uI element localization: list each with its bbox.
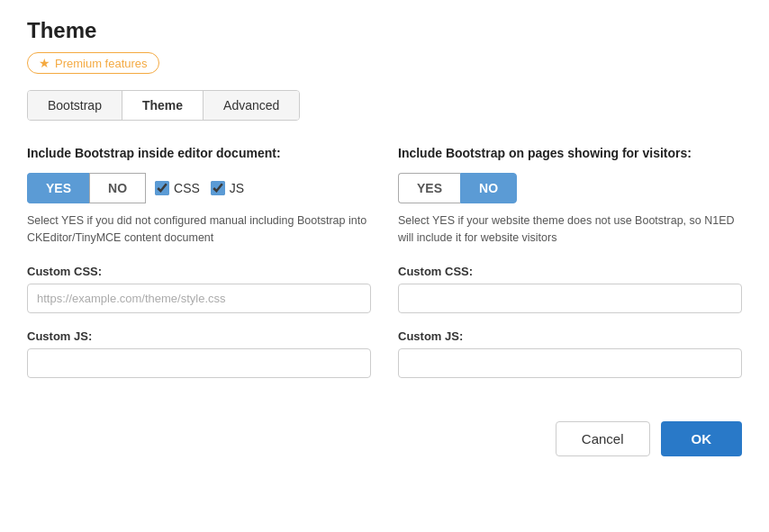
tab-bootstrap[interactable]: Bootstrap (28, 91, 122, 120)
right-custom-js-label: Custom JS: (398, 329, 742, 343)
ok-button[interactable]: OK (661, 421, 743, 456)
left-no-button[interactable]: NO (89, 173, 146, 203)
left-toggle-group: YES NO CSS JS (27, 173, 371, 203)
left-custom-js-input[interactable] (27, 348, 371, 378)
left-custom-js-label: Custom JS: (27, 329, 371, 343)
left-yes-button[interactable]: YES (27, 173, 89, 203)
tab-group: Bootstrap Theme Advanced (27, 90, 300, 121)
content-grid: Include Bootstrap inside editor document… (27, 146, 742, 394)
css-checkbox[interactable] (155, 181, 169, 195)
left-panel-heading: Include Bootstrap inside editor document… (27, 146, 371, 160)
css-label: CSS (174, 181, 200, 195)
left-panel: Include Bootstrap inside editor document… (27, 146, 371, 394)
cancel-button[interactable]: Cancel (556, 421, 650, 456)
footer-buttons: Cancel OK (27, 412, 742, 456)
premium-badge-label: Premium features (55, 57, 148, 70)
premium-badge[interactable]: ★ Premium features (27, 52, 159, 74)
page-title: Theme (27, 18, 742, 43)
tab-theme[interactable]: Theme (122, 91, 204, 120)
right-custom-js-input[interactable] (398, 348, 742, 378)
right-panel: Include Bootstrap on pages showing for v… (398, 146, 742, 394)
js-label: JS (230, 181, 244, 195)
left-custom-css-label: Custom CSS: (27, 265, 371, 278)
tab-advanced[interactable]: Advanced (204, 91, 299, 120)
right-custom-css-label: Custom CSS: (398, 265, 742, 278)
right-helper-text: Select YES if your website theme does no… (398, 212, 742, 247)
js-checkbox[interactable] (211, 181, 225, 195)
right-custom-css-input[interactable] (398, 284, 742, 313)
left-custom-css-input[interactable] (27, 284, 371, 313)
css-checkbox-label[interactable]: CSS (155, 181, 200, 195)
right-yes-button[interactable]: YES (398, 173, 460, 203)
right-toggle-group: YES NO (398, 173, 742, 203)
left-helper-text: Select YES if you did not configured man… (27, 212, 371, 247)
checkbox-group: CSS JS (155, 181, 244, 195)
right-no-button[interactable]: NO (460, 173, 517, 203)
right-panel-heading: Include Bootstrap on pages showing for v… (398, 146, 742, 160)
js-checkbox-label[interactable]: JS (211, 181, 244, 195)
star-icon: ★ (39, 56, 50, 70)
